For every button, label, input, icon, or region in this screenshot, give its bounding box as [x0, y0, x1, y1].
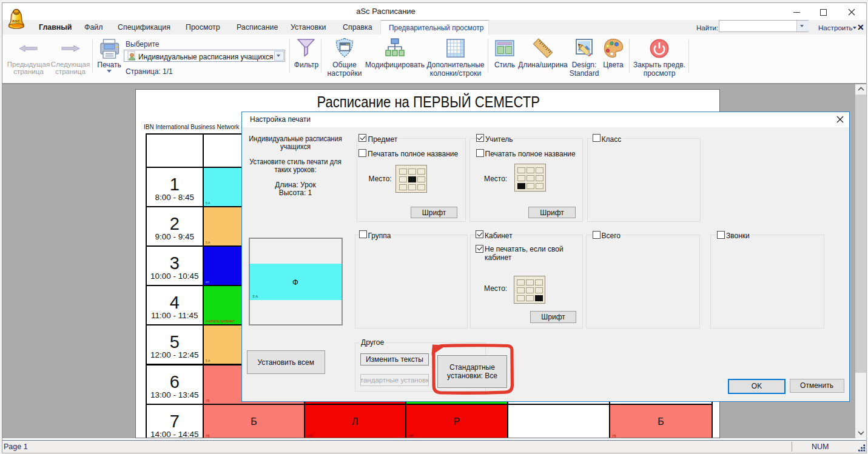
svg-text:asc: asc — [12, 18, 20, 24]
